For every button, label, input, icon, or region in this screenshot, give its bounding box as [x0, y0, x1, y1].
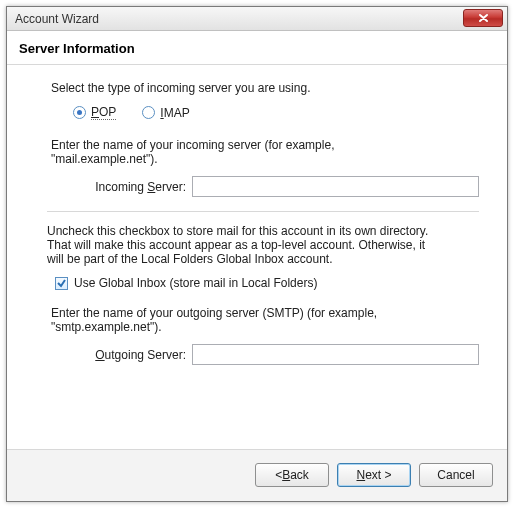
page-heading: Server Information	[19, 41, 135, 56]
titlebar[interactable]: Account Wizard	[7, 7, 507, 31]
checkbox-icon	[55, 277, 68, 290]
radio-icon	[73, 106, 86, 119]
outgoing-server-row: Outgoing Server:	[71, 344, 479, 365]
next-button[interactable]: Next >	[337, 463, 411, 487]
incoming-instruction: Enter the name of your incoming server (…	[51, 138, 479, 166]
radio-icon	[142, 106, 155, 119]
radio-pop-label: POP	[91, 105, 116, 120]
global-inbox-instruction: Uncheck this checkbox to store mail for …	[47, 224, 479, 266]
global-inbox-checkbox-row[interactable]: Use Global Inbox (store mail in Local Fo…	[55, 276, 479, 290]
server-type-radios: POP IMAP	[73, 105, 479, 120]
global-inbox-label: Use Global Inbox (store mail in Local Fo…	[74, 276, 317, 290]
outgoing-server-label: Outgoing Server:	[71, 348, 186, 362]
outgoing-server-input[interactable]	[192, 344, 479, 365]
incoming-server-input[interactable]	[192, 176, 479, 197]
server-type-instruction: Select the type of incoming server you a…	[51, 81, 479, 95]
body-area: Select the type of incoming server you a…	[7, 65, 507, 451]
back-button[interactable]: < Back	[255, 463, 329, 487]
window-title: Account Wizard	[15, 12, 99, 26]
close-icon	[478, 13, 489, 23]
account-wizard-window: Account Wizard Server Information Select…	[6, 6, 508, 502]
close-button[interactable]	[463, 9, 503, 27]
divider	[47, 211, 479, 212]
incoming-server-row: Incoming Server:	[71, 176, 479, 197]
cancel-button[interactable]: Cancel	[419, 463, 493, 487]
radio-imap[interactable]: IMAP	[142, 106, 189, 120]
heading-section: Server Information	[7, 31, 507, 65]
radio-pop[interactable]: POP	[73, 105, 116, 120]
incoming-server-label: Incoming Server:	[71, 180, 186, 194]
outgoing-instruction: Enter the name of your outgoing server (…	[51, 306, 479, 334]
footer: < Back Next > Cancel	[7, 449, 507, 501]
radio-imap-label: IMAP	[160, 106, 189, 120]
wizard-buttons: < Back Next > Cancel	[255, 463, 493, 487]
